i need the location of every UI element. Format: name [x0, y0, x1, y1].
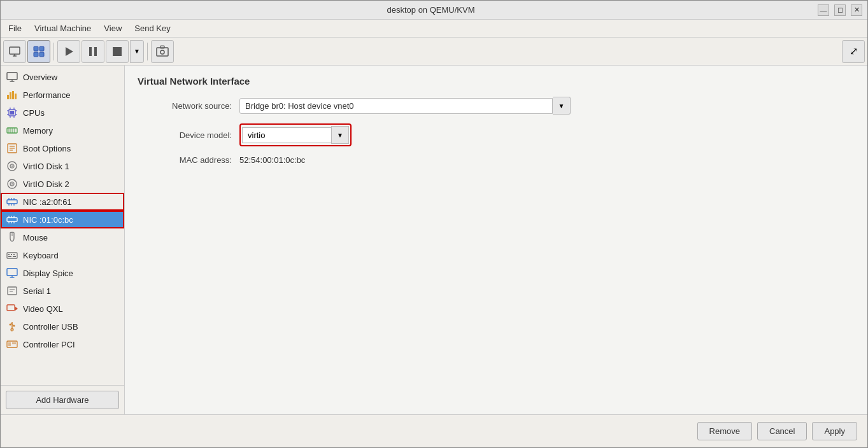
sidebar-item-memory[interactable]: Memory	[1, 122, 124, 139]
content-area: Virtual Network Interface Network source…	[125, 66, 867, 414]
svg-point-45	[11, 183, 13, 185]
mac-address-row: MAC address: 52:54:00:01:0c:bc	[138, 155, 855, 165]
sidebar-item-virtio-disk-1[interactable]: VirtIO Disk 1	[1, 157, 124, 175]
svg-rect-70	[8, 287, 17, 295]
svg-rect-4	[39, 46, 44, 51]
cancel-button[interactable]: Cancel	[757, 422, 807, 440]
sidebar-label-overview: Overview	[23, 73, 57, 82]
sidebar-item-controller-usb[interactable]: Controller USB	[1, 318, 124, 335]
controller-pci-icon	[6, 338, 18, 351]
maximize-btn[interactable]: ◻	[834, 4, 846, 16]
memory-icon	[6, 124, 18, 137]
svg-rect-9	[94, 47, 97, 56]
content-title: Virtual Network Interface	[138, 76, 855, 87]
toolbar-sep-1	[53, 43, 54, 60]
svg-rect-17	[7, 95, 9, 99]
device-model-input[interactable]	[242, 127, 331, 143]
menu-send-key[interactable]: Send Key	[129, 22, 175, 35]
svg-rect-22	[10, 111, 14, 115]
svg-rect-5	[34, 52, 38, 57]
network-source-select[interactable]: Bridge br0: Host device vnet0	[239, 98, 553, 114]
remove-button[interactable]: Remove	[697, 422, 752, 440]
pause-btn[interactable]	[82, 40, 104, 63]
svg-point-78	[10, 324, 11, 326]
virtio-disk-2-icon	[6, 178, 18, 190]
menu-view[interactable]: View	[99, 22, 127, 35]
svg-rect-82	[8, 342, 11, 346]
nic-a2-icon	[6, 195, 18, 208]
minimize-btn[interactable]: —	[818, 4, 829, 16]
sidebar-item-keyboard[interactable]: Keyboard	[1, 246, 124, 264]
sidebar-item-display-spice[interactable]: Display Spice	[1, 264, 124, 282]
resize-btn[interactable]: ⤢	[842, 40, 865, 63]
window-title: desktop on QEMU/KVM	[44, 5, 818, 15]
sidebar-item-serial-1[interactable]: Serial 1	[1, 282, 124, 300]
details-btn[interactable]	[27, 40, 50, 63]
svg-rect-6	[39, 52, 44, 57]
network-source-label: Network source:	[138, 101, 239, 111]
sidebar-label-performance: Performance	[23, 90, 70, 100]
sidebar-label-display-spice: Display Spice	[23, 269, 73, 278]
sidebar-item-overview[interactable]: Overview	[1, 68, 124, 86]
menubar: File Virtual Machine View Send Key	[1, 20, 867, 38]
sidebar-item-virtio-disk-2[interactable]: VirtIO Disk 2	[1, 175, 124, 193]
sidebar-list: Overview Performance	[1, 66, 124, 385]
sidebar-label-nic-01: NIC :01:0c:bc	[23, 215, 73, 225]
device-model-dropdown-btn[interactable]: ▼	[331, 126, 349, 144]
titlebar-controls: — ◻ ✕	[818, 4, 862, 16]
toolbar-right: ⤢	[842, 40, 865, 63]
svg-point-79	[13, 325, 15, 327]
sidebar-item-video-qxl[interactable]: Video QXL	[1, 300, 124, 318]
video-qxl-icon	[6, 302, 18, 315]
mac-address-label: MAC address:	[138, 155, 239, 165]
svg-marker-7	[66, 47, 73, 56]
controller-usb-icon	[6, 320, 18, 333]
close-btn[interactable]: ✕	[851, 4, 862, 16]
network-source-dropdown-wrap: Bridge br0: Host device vnet0 ▼	[239, 97, 571, 115]
sidebar-item-performance[interactable]: Performance	[1, 86, 124, 104]
sidebar-label-cpus: CPUs	[23, 108, 45, 118]
svg-point-13	[160, 50, 164, 54]
stop-dropdown-btn[interactable]: ▼	[130, 40, 144, 63]
device-model-control: ▼	[239, 123, 352, 146]
mouse-icon	[6, 231, 18, 244]
sidebar-item-nic-01[interactable]: NIC :01:0c:bc	[1, 211, 124, 228]
svg-rect-18	[10, 92, 11, 99]
sidebar: Overview Performance	[1, 66, 125, 414]
sidebar-item-controller-pci[interactable]: Controller PCI	[1, 335, 124, 353]
network-source-row: Network source: Bridge br0: Host device …	[138, 97, 855, 115]
sidebar-label-nic-a2: NIC :a2:0f:61	[23, 197, 72, 207]
menu-vm[interactable]: Virtual Machine	[29, 22, 96, 35]
svg-rect-11	[157, 48, 168, 56]
bottom-bar: Remove Cancel Apply	[1, 414, 867, 447]
network-source-dropdown-arrow[interactable]: ▼	[553, 97, 571, 115]
sidebar-label-video-qxl: Video QXL	[23, 304, 63, 314]
svg-rect-65	[8, 256, 11, 257]
virtio-disk-1-icon	[6, 160, 18, 172]
add-hardware-button[interactable]: Add Hardware	[6, 391, 119, 409]
svg-rect-46	[7, 200, 17, 204]
stop-dropdown-group: ▼	[130, 40, 144, 63]
device-model-label: Device model:	[138, 130, 239, 140]
svg-rect-63	[11, 254, 12, 255]
main-area: Overview Performance	[1, 66, 867, 414]
sidebar-label-keyboard: Keyboard	[23, 251, 59, 260]
svg-rect-64	[13, 254, 15, 255]
performance-icon	[6, 88, 18, 101]
svg-marker-74	[15, 307, 18, 311]
sidebar-item-nic-a2[interactable]: NIC :a2:0f:61	[1, 193, 124, 211]
play-btn[interactable]	[57, 40, 80, 63]
stop-btn[interactable]	[106, 40, 129, 63]
monitor-btn[interactable]	[3, 40, 26, 63]
sidebar-label-controller-usb: Controller USB	[23, 322, 78, 332]
svg-rect-19	[12, 91, 14, 99]
apply-button[interactable]: Apply	[812, 422, 857, 440]
sidebar-item-mouse[interactable]: Mouse	[1, 228, 124, 246]
sidebar-item-cpus[interactable]: CPUs	[1, 104, 124, 122]
toolbar-sep-2	[147, 43, 148, 60]
sidebar-label-controller-pci: Controller PCI	[23, 340, 75, 349]
svg-rect-73	[7, 305, 15, 311]
screenshot-btn[interactable]	[151, 40, 174, 63]
menu-file[interactable]: File	[3, 22, 27, 35]
sidebar-item-boot-options[interactable]: Boot Options	[1, 139, 124, 157]
